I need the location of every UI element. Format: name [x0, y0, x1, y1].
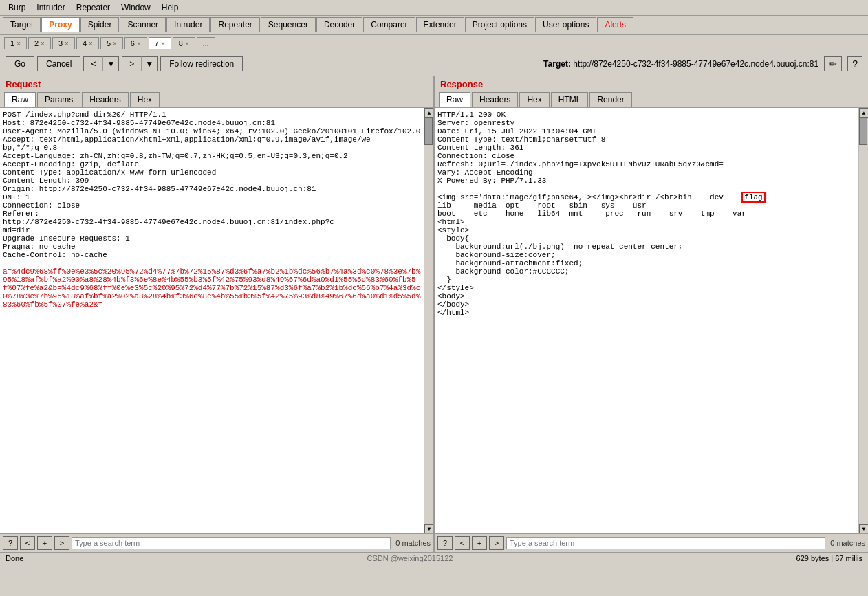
main-pane: Request Raw Params Headers Hex POST /ind…: [0, 76, 868, 552]
menu-intruder[interactable]: Intruder: [31, 1, 70, 14]
request-tab-hex[interactable]: Hex: [130, 92, 160, 107]
request-tabs: Raw Params Headers Hex: [0, 92, 433, 108]
request-scroll-up[interactable]: ▲: [424, 108, 433, 118]
request-tab-headers[interactable]: Headers: [82, 92, 128, 107]
response-tab-render[interactable]: Render: [589, 92, 631, 107]
repeater-tab-5[interactable]: 5×: [100, 37, 123, 49]
menu-help[interactable]: Help: [156, 1, 184, 14]
target-label: Target: http://872e4250-c732-4f34-9885-4…: [543, 59, 818, 69]
tab-project-options[interactable]: Project options: [465, 17, 534, 32]
target-edit-button[interactable]: ✏: [824, 56, 842, 71]
response-match-count: 0 matches: [830, 539, 865, 547]
repeater-tab-bar: 1× 2× 3× 4× 5× 6× 7× 8× ...: [0, 35, 868, 52]
request-help-button[interactable]: ?: [3, 536, 18, 550]
request-match-count: 0 matches: [395, 539, 431, 547]
request-scrollbar[interactable]: ▲ ▼: [424, 108, 433, 533]
repeater-tab-8[interactable]: 8×: [173, 37, 195, 49]
request-content[interactable]: POST /index.php?cmd=dir%20/ HTTP/1.1 Hos…: [0, 108, 424, 533]
response-next-button[interactable]: >: [489, 536, 504, 550]
cancel-button[interactable]: Cancel: [37, 56, 80, 71]
response-content-row: HTTP/1.1 200 OK Server: openresty Date: …: [435, 108, 868, 533]
response-help-button[interactable]: ?: [437, 536, 453, 550]
forward-button-group: > ▼: [122, 56, 158, 71]
response-tabs: Raw Headers Hex HTML Render: [435, 92, 868, 108]
tab-intruder[interactable]: Intruder: [166, 17, 210, 32]
request-next-button[interactable]: >: [54, 536, 69, 550]
menu-window[interactable]: Window: [116, 1, 156, 14]
response-add-button[interactable]: +: [472, 536, 487, 550]
main-tab-bar: Target Proxy Spider Scanner Intruder Rep…: [0, 16, 868, 35]
request-prev-button[interactable]: <: [20, 536, 35, 550]
request-tab-raw[interactable]: Raw: [4, 92, 36, 107]
target-help-button[interactable]: ?: [847, 56, 862, 71]
menu-repeater[interactable]: Repeater: [71, 1, 116, 14]
response-prev-button[interactable]: <: [455, 536, 470, 550]
request-content-row: POST /index.php?cmd=dir%20/ HTTP/1.1 Hos…: [0, 108, 433, 533]
response-search-input[interactable]: [506, 537, 825, 549]
tab-scanner[interactable]: Scanner: [120, 17, 166, 32]
tab-alerts[interactable]: Alerts: [597, 17, 633, 32]
forward-arrow-button[interactable]: ▼: [141, 56, 158, 71]
tab-spider[interactable]: Spider: [80, 17, 120, 32]
back-arrow-button[interactable]: ▼: [102, 56, 119, 71]
tab-target[interactable]: Target: [3, 17, 41, 32]
tab-sequencer[interactable]: Sequencer: [261, 17, 316, 32]
tab-user-options[interactable]: User options: [535, 17, 596, 32]
repeater-tab-4[interactable]: 4×: [76, 37, 99, 49]
menu-burp[interactable]: Burp: [3, 1, 31, 14]
response-scroll-up[interactable]: ▲: [859, 108, 868, 118]
request-scroll-thumb[interactable]: [424, 118, 433, 145]
tab-extender[interactable]: Extender: [416, 17, 464, 32]
go-button[interactable]: Go: [6, 56, 34, 71]
request-search-bar: ? < + > 0 matches: [0, 533, 433, 552]
response-scroll-down[interactable]: ▼: [859, 524, 868, 533]
back-button-group: < ▼: [83, 56, 119, 71]
response-scroll-thumb[interactable]: [859, 118, 867, 145]
response-content[interactable]: HTTP/1.1 200 OK Server: openresty Date: …: [435, 108, 858, 533]
repeater-tab-3[interactable]: 3×: [52, 37, 75, 49]
target-value: http://872e4250-c732-4f34-9885-47749e67e…: [573, 59, 818, 69]
menu-bar: Burp Intruder Repeater Window Help: [0, 0, 868, 16]
tab-comparer[interactable]: Comparer: [363, 17, 415, 32]
request-panel: Request Raw Params Headers Hex POST /ind…: [0, 76, 435, 552]
response-scrollbar[interactable]: ▲ ▼: [858, 108, 868, 533]
repeater-tab-1[interactable]: 1×: [4, 37, 27, 49]
response-tab-raw[interactable]: Raw: [439, 92, 470, 107]
request-tab-params[interactable]: Params: [37, 92, 80, 107]
tab-decoder[interactable]: Decoder: [316, 17, 362, 32]
follow-redirect-button[interactable]: Follow redirection: [160, 56, 243, 71]
response-tab-hex[interactable]: Hex: [519, 92, 549, 107]
status-bar: Done CSDN @weixing2015122 629 bytes | 67…: [0, 552, 868, 564]
response-tab-headers[interactable]: Headers: [472, 92, 518, 107]
toolbar: Go Cancel < ▼ > ▼ Follow redirection Tar…: [0, 52, 868, 76]
status-right: 629 bytes | 67 millis: [796, 554, 862, 562]
repeater-tab-2[interactable]: 2×: [28, 37, 51, 49]
request-title: Request: [0, 76, 433, 92]
response-title: Response: [435, 76, 868, 92]
repeater-tab-6[interactable]: 6×: [124, 37, 147, 49]
response-search-bar: ? < + > 0 matches: [435, 533, 868, 552]
request-scroll-down[interactable]: ▼: [424, 524, 433, 533]
status-watermark: CSDN @weixing2015122: [367, 554, 453, 562]
response-panel: Response Raw Headers Hex HTML Render HTT…: [435, 76, 868, 552]
request-search-input[interactable]: [72, 537, 391, 549]
request-add-button[interactable]: +: [37, 536, 52, 550]
repeater-tab-more[interactable]: ...: [197, 37, 215, 49]
back-button[interactable]: <: [83, 56, 102, 71]
tab-repeater[interactable]: Repeater: [210, 17, 259, 32]
tab-proxy[interactable]: Proxy: [41, 17, 79, 32]
response-tab-html[interactable]: HTML: [551, 92, 589, 107]
status-left: Done: [6, 554, 23, 562]
repeater-tab-7[interactable]: 7×: [149, 37, 171, 49]
forward-button[interactable]: >: [122, 56, 141, 71]
